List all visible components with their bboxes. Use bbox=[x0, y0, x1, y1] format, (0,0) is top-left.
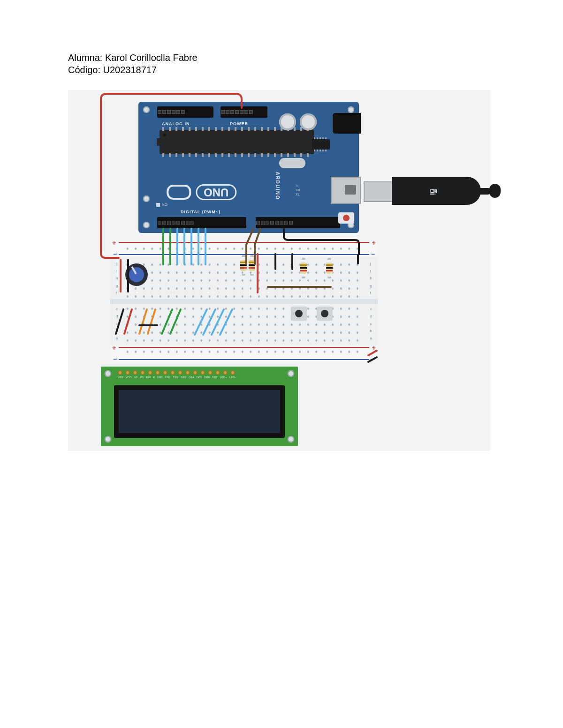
atmega-chip-icon bbox=[160, 130, 314, 154]
serial-led-labels: TX RX L bbox=[296, 184, 300, 196]
small-ic-icon bbox=[312, 139, 330, 150]
on-label: ON bbox=[162, 203, 167, 207]
barrel-jack-icon[interactable] bbox=[333, 113, 361, 134]
power-led-icon bbox=[156, 203, 160, 207]
usb-cable[interactable]: 🖳 bbox=[364, 177, 490, 205]
power-section-label: POWER bbox=[230, 121, 248, 126]
resistor-1[interactable] bbox=[242, 255, 245, 276]
power-header[interactable] bbox=[221, 106, 267, 118]
pushbutton-2[interactable] bbox=[317, 307, 333, 321]
arduino-uno-board[interactable]: ANALOG IN POWER DIGITAL (PWM~) bbox=[138, 102, 359, 233]
document-header: Alumna: Karol Corilloclla Fabre Código: … bbox=[68, 52, 495, 76]
lcd-pin-row[interactable] bbox=[118, 370, 235, 375]
alumna-name: Karol Corilloclla Fabre bbox=[105, 53, 198, 63]
resistor-2[interactable] bbox=[250, 255, 254, 276]
lcd-16x2[interactable]: VSSVDDV0RS RWEDB0DB1 DB2DB3DB4DB5 DB6DB7… bbox=[101, 367, 298, 446]
usb-trident-icon: 🖳 bbox=[429, 187, 438, 197]
board-brand: ARDUINO bbox=[275, 172, 280, 200]
lcd-pin-labels: VSSVDDV0RS RWEDB0DB1 DB2DB3DB4DB5 DB6DB7… bbox=[118, 376, 236, 379]
row-labels-left: j i h g f e d c b a bbox=[116, 262, 118, 340]
circuit-canvas: ANALOG IN POWER DIGITAL (PWM~) bbox=[68, 90, 490, 451]
codigo-label: Código: bbox=[68, 65, 100, 75]
pushbutton-1[interactable] bbox=[291, 307, 307, 321]
codigo-value: U202318717 bbox=[103, 65, 157, 75]
analog-section-label: ANALOG IN bbox=[162, 121, 190, 126]
usb-plug-icon bbox=[364, 181, 394, 202]
usb-b-port-icon[interactable] bbox=[331, 177, 361, 204]
board-branding: UNO bbox=[167, 184, 236, 200]
alumna-label: Alumna: bbox=[68, 53, 102, 63]
resistor-3[interactable] bbox=[302, 258, 305, 278]
digital-header-right[interactable] bbox=[157, 217, 246, 228]
capacitors-icon bbox=[279, 113, 317, 130]
digital-header-left[interactable] bbox=[256, 217, 340, 228]
row-labels-right: j i h g f e d c b a bbox=[370, 262, 372, 340]
crystal-icon bbox=[279, 158, 305, 168]
arduino-logo-icon bbox=[167, 185, 191, 200]
digital-section-label: DIGITAL (PWM~) bbox=[181, 210, 221, 214]
resistor-4[interactable] bbox=[327, 258, 331, 278]
board-model: UNO bbox=[196, 184, 236, 200]
analog-header[interactable] bbox=[157, 106, 213, 118]
lcd-screen bbox=[114, 385, 285, 438]
potentiometer[interactable] bbox=[125, 263, 148, 286]
reset-button[interactable] bbox=[338, 212, 354, 224]
